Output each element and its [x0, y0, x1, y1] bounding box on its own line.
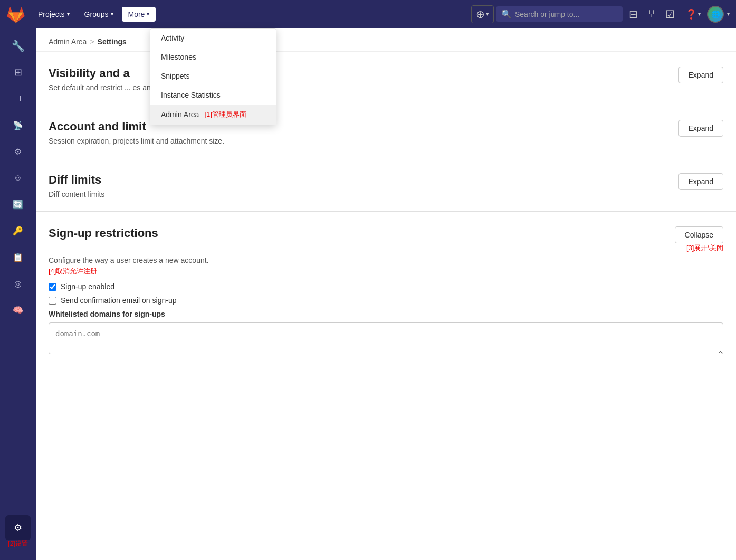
visibility-section: Visibility and a Set default and restric… [36, 52, 736, 105]
new-item-button[interactable]: ⊕ ▾ [471, 5, 494, 23]
monitor-icon: 🖥 [14, 94, 22, 103]
breadcrumb: Admin Area > Settings [36, 28, 736, 52]
help-icon: ❓ [685, 8, 697, 20]
plus-icon: ⊕ [476, 8, 485, 21]
signup-section: Sign-up restrictions Collapse [3]展开\关闭 C… [36, 212, 736, 365]
sidebar-item-settings[interactable]: ⚙ [5, 515, 31, 540]
signup-title: Sign-up restrictions [49, 226, 158, 240]
sidebar-item-clipboard[interactable]: 📋 [5, 244, 31, 270]
dropdown-item-activity[interactable]: Activity [150, 29, 276, 48]
settings-icon: ⚙ [14, 522, 22, 534]
sidebar-item-emoji[interactable]: ☺ [5, 165, 31, 191]
admin-area-annotation: [1]管理员界面 [204, 110, 246, 119]
dropdown-item-milestones[interactable]: Milestones [150, 48, 276, 67]
visibility-action: Expand [678, 67, 723, 83]
diff-content: Diff limits Diff content limits [49, 173, 666, 198]
search-icon: 🔍 [501, 9, 512, 19]
merge-requests-button[interactable]: ⑂ [644, 5, 659, 23]
groups-menu-button[interactable]: Groups ▾ [78, 7, 120, 22]
sidebar-item-grid[interactable]: ⊞ [5, 60, 31, 85]
visibility-content: Visibility and a Set default and restric… [49, 67, 666, 92]
visibility-desc: Set default and restrict ... es and git … [49, 83, 666, 92]
gitlab-logo[interactable] [6, 5, 25, 24]
signup-disable-annotation: [4]取消允许注册 [49, 267, 723, 276]
dropdown-item-admin-area[interactable]: Admin Area [1]管理员界面 [150, 105, 276, 125]
signup-header: Sign-up restrictions Collapse [3]展开\关闭 [49, 226, 723, 253]
confirmation-email-checkbox[interactable] [49, 297, 56, 305]
account-content: Account and limit Session expiration, pr… [49, 120, 666, 145]
visibility-title: Visibility and a [49, 67, 666, 80]
projects-caret-icon: ▾ [67, 11, 70, 17]
avatar-image: 🌐 [711, 10, 720, 18]
more-dropdown-menu: Activity Milestones Snippets Instance St… [150, 28, 276, 125]
sidebar-item-issues[interactable]: ◎ [5, 271, 31, 296]
breadcrumb-separator: > [90, 37, 94, 46]
sidebar-item-config[interactable]: ⚙ [5, 139, 31, 164]
account-section: Account and limit Session expiration, pr… [36, 105, 736, 158]
signup-desc: Configure the way a user creates a new a… [49, 256, 723, 264]
sidebar-item-keys[interactable]: 🔑 [5, 218, 31, 243]
key-icon: 🔑 [13, 226, 23, 236]
sidebar: 🔧 ⊞ 🖥 📡 ⚙ ☺ 🔄 🔑 📋 ◎ 🧠 [0, 28, 36, 560]
breadcrumb-current: Settings [98, 37, 127, 46]
clipboard-icon: 📋 [13, 252, 23, 262]
whitelist-label: Whitelisted domains for sign-ups [49, 310, 723, 318]
config-icon: ⚙ [14, 147, 22, 157]
dropdown-item-snippets[interactable]: Snippets [150, 67, 276, 86]
more-caret-icon: ▾ [147, 11, 149, 17]
brain-icon: 🧠 [13, 305, 23, 315]
diff-action: Expand [678, 173, 723, 190]
diff-expand-button[interactable]: Expand [678, 173, 723, 190]
top-navigation: Projects ▾ Groups ▾ More ▾ ⊕ ▾ 🔍 ⊟ ⑂ ☑ ❓… [0, 0, 736, 28]
account-expand-button[interactable]: Expand [678, 120, 723, 137]
account-action: Expand [678, 120, 723, 137]
diff-desc: Diff content limits [49, 190, 666, 198]
signup-title-area: Sign-up restrictions [49, 226, 158, 240]
main-layout: 🔧 ⊞ 🖥 📡 ⚙ ☺ 🔄 🔑 📋 ◎ 🧠 [0, 28, 736, 560]
help-caret-icon: ▾ [698, 11, 701, 17]
whitelist-input[interactable] [49, 322, 723, 354]
emoji-icon: ☺ [14, 173, 22, 183]
todos-button[interactable]: ☑ [661, 5, 679, 24]
search-input[interactable] [515, 10, 617, 18]
issues-icon: ◎ [14, 279, 22, 289]
dropdown-item-instance-statistics[interactable]: Instance Statistics [150, 86, 276, 105]
sidebar-settings-annotation: [2]设置 [8, 539, 27, 550]
signup-enabled-label: Sign-up enabled [61, 282, 114, 291]
sidebar-item-brain[interactable]: 🧠 [5, 297, 31, 322]
plus-caret-icon: ▾ [486, 11, 489, 17]
breadcrumb-admin-area[interactable]: Admin Area [49, 37, 87, 46]
confirmation-email-row: Send confirmation email on sign-up [49, 296, 723, 305]
account-desc: Session expiration, projects limit and a… [49, 137, 666, 145]
groups-caret-icon: ▾ [111, 11, 113, 17]
diff-section: Diff limits Diff content limits Expand [36, 158, 736, 212]
wrench-icon: 🔧 [12, 40, 25, 52]
sidebar-item-wrench[interactable]: 🔧 [5, 33, 31, 59]
sidebar-item-network[interactable]: 📡 [5, 112, 31, 138]
signup-enabled-checkbox[interactable] [49, 283, 56, 291]
signup-collapse-button[interactable]: Collapse [675, 226, 723, 243]
help-menu-button[interactable]: ❓ ▾ [681, 5, 705, 23]
signup-enabled-row: Sign-up enabled [49, 282, 723, 291]
sidebar-item-monitor[interactable]: 🖥 [5, 86, 31, 111]
main-content: Admin Area > Settings Visibility and a S… [36, 28, 736, 560]
signup-action-area: Collapse [3]展开\关闭 [675, 226, 723, 253]
network-icon: 📡 [13, 120, 23, 130]
confirmation-email-label: Send confirmation email on sign-up [61, 296, 176, 305]
sidebar-item-analytics[interactable]: 🔄 [5, 192, 31, 217]
user-avatar-button[interactable]: 🌐 [707, 6, 724, 23]
diff-title: Diff limits [49, 173, 666, 187]
analytics-icon: 🔄 [13, 200, 23, 210]
more-menu-button[interactable]: More ▾ [122, 7, 156, 22]
account-title: Account and limit [49, 120, 666, 134]
sidebar-toggle-button[interactable]: ⊟ [625, 5, 642, 24]
projects-menu-button[interactable]: Projects ▾ [32, 7, 76, 22]
search-bar[interactable]: 🔍 [496, 6, 623, 22]
signup-action-annotation: [3]展开\关闭 [675, 243, 723, 253]
visibility-expand-button[interactable]: Expand [678, 67, 723, 83]
grid-icon: ⊞ [14, 67, 22, 78]
avatar-caret-icon: ▾ [727, 11, 730, 17]
